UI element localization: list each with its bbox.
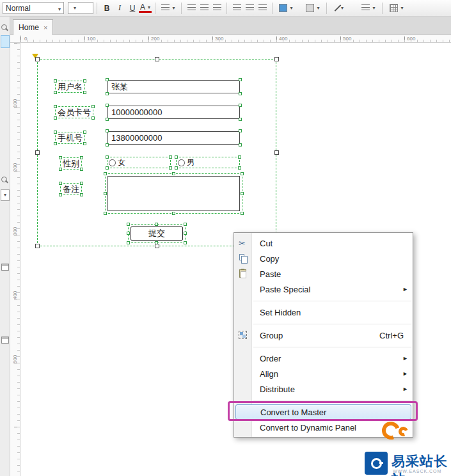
align-left-button[interactable] [185, 2, 198, 14]
resize-handle[interactable] [274, 150, 279, 155]
resize-handle[interactable] [184, 241, 187, 244]
resize-handle[interactable] [241, 172, 244, 175]
valign-middle-button[interactable] [243, 2, 256, 14]
resize-handle[interactable] [54, 105, 57, 108]
resize-handle[interactable] [104, 212, 107, 215]
resize-handle[interactable] [80, 156, 83, 159]
resize-handle[interactable] [59, 156, 62, 159]
panel-icon[interactable] [1, 264, 9, 271]
resize-handle[interactable] [80, 182, 83, 185]
resize-handle[interactable] [106, 129, 109, 132]
resize-handle[interactable] [172, 172, 175, 175]
resize-handle[interactable] [35, 57, 40, 61]
resize-handle[interactable] [239, 118, 242, 121]
input-member-card[interactable]: 10000000000 [107, 106, 240, 119]
resize-handle[interactable] [238, 155, 241, 159]
radio-female[interactable]: 女 [107, 157, 171, 168]
resize-handle[interactable] [106, 104, 109, 107]
radio-male[interactable]: 男 [176, 157, 240, 168]
resize-handle[interactable] [54, 142, 57, 145]
menu-item-group[interactable]: Group Ctrl+G [234, 328, 413, 343]
menu-item-paste[interactable]: Paste [234, 266, 413, 282]
menu-item-copy[interactable]: Copy [234, 251, 413, 266]
tab-home[interactable]: Home × [13, 19, 53, 35]
resize-handle[interactable] [83, 79, 86, 83]
font-size-dropdown[interactable] [68, 2, 93, 14]
resize-handle[interactable] [184, 232, 187, 235]
label-member-card[interactable]: 会员卡号 [55, 106, 93, 118]
resize-handle[interactable] [239, 129, 242, 132]
menu-item-align[interactable]: Align ► [234, 366, 413, 381]
resize-handle[interactable] [175, 166, 178, 170]
resize-handle[interactable] [91, 105, 95, 108]
input-member-card-value[interactable]: 10000000000 [107, 106, 240, 119]
resize-handle[interactable] [169, 155, 172, 159]
shadow-button[interactable] [303, 2, 323, 14]
resize-handle[interactable] [54, 116, 57, 120]
resize-handle[interactable] [238, 166, 241, 170]
resize-handle[interactable] [274, 57, 279, 61]
more-formats-button[interactable] [386, 2, 407, 14]
resize-handle[interactable] [59, 168, 62, 171]
bold-button[interactable]: B [100, 2, 113, 14]
menu-item-cut[interactable]: ✂ Cut [234, 235, 413, 251]
panel-icon[interactable] [1, 337, 9, 344]
resize-handle[interactable] [155, 223, 158, 226]
resize-handle[interactable] [54, 131, 57, 134]
resize-handle[interactable] [155, 57, 159, 61]
resize-handle[interactable] [59, 193, 62, 196]
font-color-button[interactable]: A [139, 3, 152, 13]
resize-handle[interactable] [239, 104, 242, 107]
resize-handle[interactable] [241, 192, 244, 195]
menu-item-paste-special[interactable]: Paste Special ► [234, 282, 413, 297]
resize-handle[interactable] [127, 223, 130, 226]
input-username[interactable]: 张某 [107, 80, 240, 93]
resize-handle[interactable] [106, 143, 109, 147]
italic-button[interactable]: I [113, 2, 126, 14]
text-style-dropdown[interactable]: Normal [3, 2, 64, 14]
resize-handle[interactable] [239, 92, 242, 95]
resize-handle[interactable] [83, 142, 86, 145]
submit-button[interactable]: 提交 [131, 226, 183, 241]
resize-handle[interactable] [169, 166, 172, 170]
resize-handle[interactable] [239, 143, 242, 147]
resize-handle[interactable] [127, 232, 130, 235]
align-right-button[interactable] [210, 2, 223, 14]
radio-circle-icon[interactable] [178, 159, 185, 166]
resize-handle[interactable] [106, 92, 109, 95]
label-gender[interactable]: 性别 [60, 157, 82, 170]
menu-item-set-hidden[interactable]: Set Hidden [234, 305, 413, 320]
resize-handle[interactable] [59, 182, 62, 185]
tab-close-icon[interactable]: × [44, 24, 47, 31]
line-color-button[interactable] [330, 2, 351, 14]
resize-handle[interactable] [184, 223, 187, 226]
menu-item-order[interactable]: Order ► [234, 351, 413, 366]
resize-handle[interactable] [54, 91, 57, 94]
resize-handle[interactable] [106, 78, 109, 81]
valign-bottom-button[interactable] [256, 2, 269, 14]
label-phone[interactable]: 手机号 [55, 132, 85, 144]
resize-handle[interactable] [241, 212, 244, 215]
panel-toggle-selected[interactable] [1, 35, 10, 48]
resize-handle[interactable] [239, 78, 242, 81]
label-remark[interactable]: 备注 [60, 183, 82, 195]
input-phone-value[interactable]: 13800000000 [107, 131, 240, 145]
resize-handle[interactable] [155, 244, 159, 248]
textarea-remark[interactable] [107, 176, 240, 211]
resize-handle[interactable] [175, 155, 178, 159]
resize-handle[interactable] [104, 192, 107, 195]
valign-top-button[interactable] [230, 2, 243, 14]
zoom-level-dropdown[interactable] [1, 189, 10, 201]
textarea-remark-selection[interactable] [105, 173, 242, 214]
fill-color-button[interactable] [276, 2, 296, 14]
align-center-button[interactable] [198, 2, 210, 14]
list-style-button[interactable] [159, 2, 178, 14]
resize-handle[interactable] [80, 193, 83, 196]
underline-button[interactable]: U [126, 2, 139, 14]
resize-handle[interactable] [83, 91, 86, 94]
resize-handle[interactable] [106, 155, 109, 159]
input-username-value[interactable]: 张某 [107, 80, 240, 93]
resize-handle[interactable] [127, 241, 130, 244]
zoom-icon[interactable] [1, 177, 8, 184]
label-username[interactable]: 用户名 [55, 81, 85, 93]
